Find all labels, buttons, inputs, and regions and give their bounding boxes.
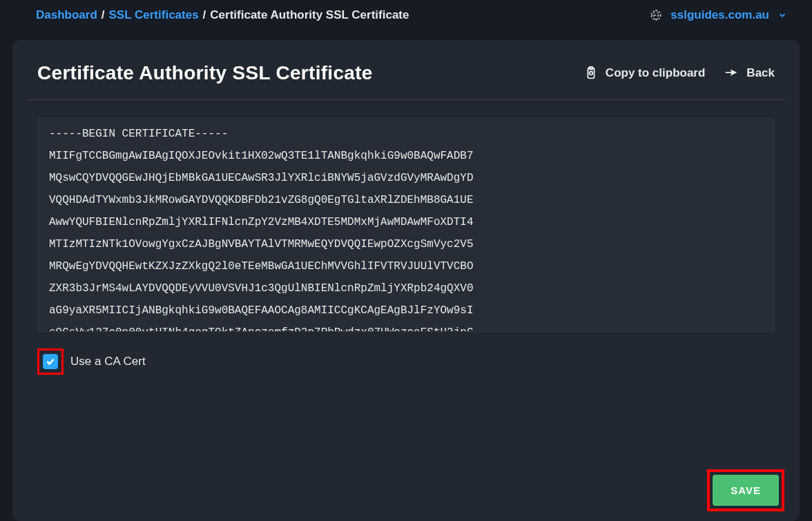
- domain-selector[interactable]: sslguides.com.au: [650, 8, 787, 22]
- globe-icon: [650, 9, 662, 21]
- use-ca-cert-checkbox-row[interactable]: Use a CA Cert: [37, 348, 775, 375]
- breadcrumb-current: Certificate Authority SSL Certificate: [210, 8, 409, 22]
- top-bar: Dashboard / SSL Certificates / Certifica…: [0, 0, 812, 32]
- check-icon: [45, 356, 56, 367]
- use-ca-cert-checkbox[interactable]: [43, 354, 58, 369]
- save-button[interactable]: SAVE: [713, 475, 779, 506]
- main-panel: Certificate Authority SSL Certificate Co…: [12, 40, 800, 521]
- svg-point-5: [590, 72, 593, 75]
- panel-header: Certificate Authority SSL Certificate Co…: [12, 40, 800, 99]
- certificate-textarea[interactable]: [37, 118, 775, 332]
- back-button[interactable]: Back: [724, 66, 775, 81]
- breadcrumb-separator: /: [102, 8, 105, 22]
- back-arrow-icon: [724, 66, 740, 81]
- highlight-box-checkbox: [37, 348, 64, 375]
- back-button-label: Back: [746, 66, 775, 80]
- chevron-down-icon: [777, 10, 787, 20]
- copy-to-clipboard-button[interactable]: Copy to clipboard: [583, 66, 706, 81]
- copy-to-clipboard-label: Copy to clipboard: [606, 66, 706, 80]
- page-title: Certificate Authority SSL Certificate: [37, 62, 373, 84]
- use-ca-cert-label: Use a CA Cert: [70, 355, 146, 368]
- domain-selector-label: sslguides.com.au: [670, 8, 769, 22]
- highlight-box-save: SAVE: [707, 469, 784, 511]
- breadcrumb-separator: /: [203, 8, 206, 22]
- breadcrumb-link-dashboard[interactable]: Dashboard: [36, 8, 97, 22]
- clipboard-icon: [583, 66, 599, 81]
- breadcrumb-link-ssl-certificates[interactable]: SSL Certificates: [109, 8, 199, 22]
- breadcrumb: Dashboard / SSL Certificates / Certifica…: [36, 8, 409, 22]
